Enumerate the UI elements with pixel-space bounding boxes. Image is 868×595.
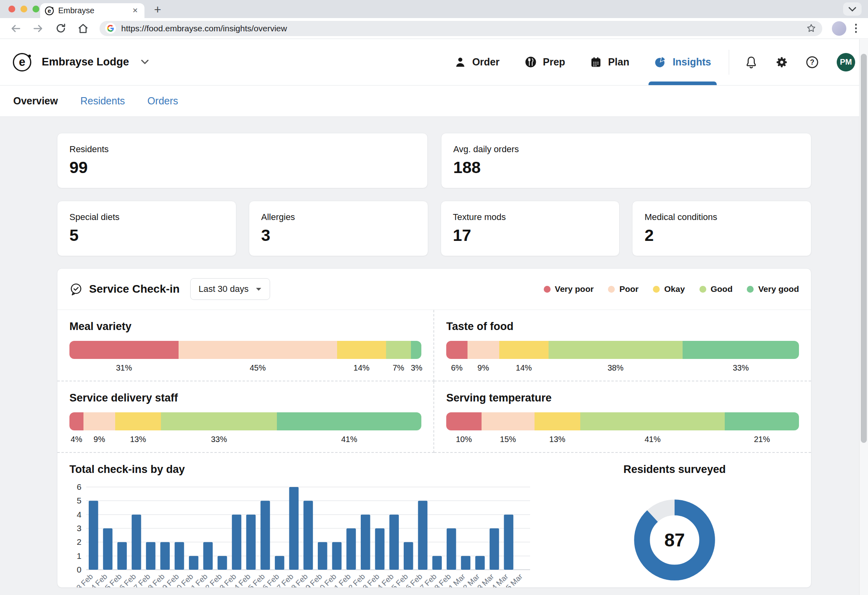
bar-segment-good: [580, 412, 725, 430]
legend-item-poor: Poor: [608, 284, 638, 294]
settings-gear-icon[interactable]: [775, 55, 789, 69]
org-switcher-caret-icon[interactable]: [141, 60, 148, 64]
bar-segment-very-good: [277, 412, 421, 430]
bar-6-feb: [132, 515, 141, 570]
svg-text:2: 2: [77, 537, 81, 546]
segment-percent-label: 45%: [179, 363, 337, 373]
bar-segment-very-good: [683, 341, 799, 359]
bar-1-mar: [461, 556, 471, 570]
segment-percent-label: 10%: [446, 435, 482, 444]
maximize-window-button[interactable]: [33, 6, 39, 12]
stat-label: Residents: [69, 144, 415, 155]
stat-value: 2: [644, 226, 799, 245]
service-metrics-grid: Meal variety31%45%14%7%3%Taste of food6%…: [57, 310, 811, 453]
tab-close-icon[interactable]: ✕: [131, 6, 140, 15]
stat-card-special-diets: Special diets5: [57, 201, 236, 256]
bar-8-feb: [160, 542, 170, 570]
subtab-overview[interactable]: Overview: [13, 95, 58, 107]
metric-stacked-bar: [69, 412, 421, 430]
browser-profile-avatar[interactable]: [832, 21, 846, 36]
stat-value: 3: [261, 226, 416, 245]
bar-7-feb: [146, 542, 156, 570]
service-checkin-title: Service Check-in: [69, 283, 180, 296]
segment-percent-label: 14%: [337, 363, 386, 373]
close-window-button[interactable]: [8, 6, 15, 12]
checkins-by-day-block: Total check-ins by day 01234563 Feb4 Feb…: [69, 463, 546, 588]
legend-label: Okay: [664, 284, 685, 294]
page-scrollbar[interactable]: [859, 39, 868, 595]
favicon-embrayse-icon: e: [45, 6, 54, 15]
bar-20-feb: [332, 542, 342, 570]
svg-text:6: 6: [77, 482, 81, 491]
segment-percent-label: 33%: [683, 363, 799, 373]
reload-icon[interactable]: [51, 20, 70, 37]
checkin-charts-row: Total check-ins by day 01234563 Feb4 Feb…: [57, 453, 811, 588]
bar-4-feb: [103, 528, 113, 570]
bar-10-feb: [189, 556, 199, 570]
nav-label: Plan: [608, 56, 629, 68]
forward-icon[interactable]: [29, 20, 47, 37]
svg-text:1: 1: [77, 551, 81, 560]
header-icons: ?: [744, 55, 819, 69]
bar-5-feb: [117, 542, 127, 570]
segment-percent-label: 6%: [446, 363, 468, 373]
legend-item-good: Good: [699, 284, 733, 294]
scrollbar-thumb[interactable]: [861, 54, 867, 443]
nav-item-prep[interactable]: Prep: [524, 39, 565, 85]
section-title: Service Check-in: [89, 283, 180, 295]
metric-title: Service delivery staff: [69, 392, 421, 404]
subtab-residents[interactable]: Residents: [80, 95, 125, 107]
bar-segment-okay: [499, 341, 549, 359]
browser-menu-icon[interactable]: [850, 24, 862, 33]
bar-19-feb: [318, 542, 327, 570]
stat-card-texture-mods: Texture mods17: [441, 201, 620, 256]
bar-3-feb: [89, 501, 98, 570]
nav-item-order[interactable]: Order: [454, 39, 500, 85]
nav-label: Order: [472, 56, 500, 68]
help-icon[interactable]: ?: [805, 55, 819, 69]
stat-card-avg-daily-orders: Avg. daily orders188: [441, 133, 812, 188]
window-controls[interactable]: [8, 6, 39, 12]
bar-24-feb: [389, 515, 399, 570]
user-avatar[interactable]: PM: [837, 53, 855, 71]
nav-label: Insights: [673, 56, 711, 68]
bar-23-feb: [375, 528, 385, 570]
home-icon[interactable]: [74, 20, 92, 37]
bar-14-feb: [246, 515, 256, 570]
segment-percent-label: 31%: [69, 363, 179, 373]
url-bar[interactable]: https://food.embrayse.com/insights/overv…: [100, 21, 822, 36]
nav-item-plan[interactable]: Plan: [590, 39, 629, 85]
segment-percent-label: 9%: [83, 435, 115, 444]
header-divider: [729, 50, 729, 75]
tab-search-chevron-icon[interactable]: [843, 2, 862, 16]
bar-chart-title: Total check-ins by day: [69, 463, 546, 476]
subtab-orders[interactable]: Orders: [147, 95, 178, 107]
bar-segment-very-good: [411, 341, 421, 359]
service-checkin-header: Service Check-in Last 30 days Very poorP…: [57, 269, 811, 310]
legend-dot-icon: [608, 286, 615, 293]
residents-surveyed-block: Residents surveyed 87: [550, 463, 799, 588]
stat-label: Medical conditions: [644, 212, 799, 222]
stat-cards-top-row: Residents99Avg. daily orders188: [57, 133, 811, 188]
bar-4-mar: [504, 515, 514, 570]
nav-item-insights[interactable]: Insights: [654, 39, 711, 85]
url-text[interactable]: https://food.embrayse.com/insights/overv…: [121, 24, 801, 33]
browser-tab[interactable]: e Embrayse ✕: [40, 3, 144, 18]
metric-percent-labels: 6%9%14%38%33%: [446, 363, 799, 373]
new-tab-button[interactable]: +: [151, 3, 165, 16]
date-range-dropdown[interactable]: Last 30 days: [190, 278, 270, 300]
org-name: Embrayse Lodge: [42, 56, 129, 68]
legend-label: Very good: [758, 284, 799, 294]
bar-18-feb: [303, 501, 313, 570]
donut-chart-title: Residents surveyed: [623, 463, 726, 476]
back-icon[interactable]: [6, 20, 25, 37]
notifications-bell-icon[interactable]: [744, 55, 758, 69]
minimize-window-button[interactable]: [20, 6, 27, 12]
segment-percent-label: 13%: [115, 435, 161, 444]
bar-9-feb: [175, 542, 184, 570]
bookmark-star-icon[interactable]: [806, 23, 817, 34]
bar-segment-okay: [337, 341, 386, 359]
bar-26-feb: [418, 501, 428, 570]
bar-segment-very-poor: [69, 341, 179, 359]
rating-legend: Very poorPoorOkayGoodVery good: [544, 284, 799, 294]
